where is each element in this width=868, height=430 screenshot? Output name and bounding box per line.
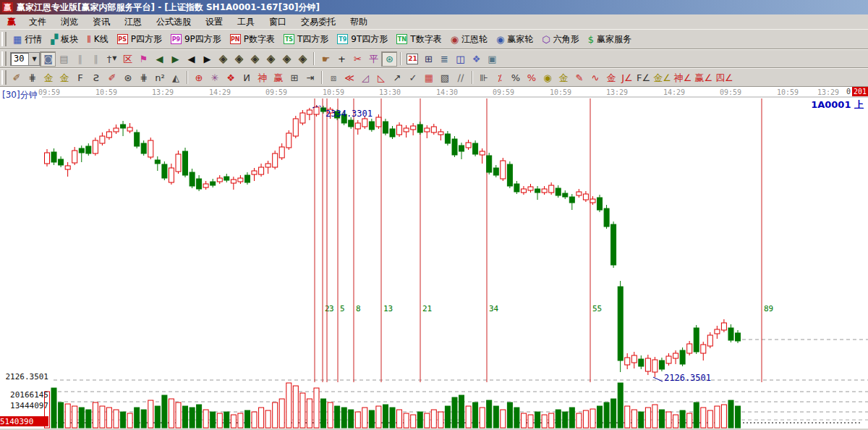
chevron-down-icon[interactable]: ▼ xyxy=(28,53,39,65)
hand-icon[interactable]: ☛ xyxy=(318,51,333,67)
fit-all-icon[interactable]: ◈ xyxy=(294,51,310,67)
chart-large-icon[interactable]: ‖ xyxy=(88,51,103,67)
winner-wheel-button[interactable]: ◉赢家轮 xyxy=(492,30,537,48)
f-angle-icon[interactable]: F∠ xyxy=(635,70,652,85)
zoom-both-icon[interactable]: ◈ xyxy=(247,51,263,67)
web-data-icon[interactable]: ❖ xyxy=(468,51,484,67)
9t-square-button[interactable]: T99T四方形 xyxy=(333,30,392,48)
jump-first-icon[interactable]: ◀ xyxy=(151,51,167,67)
menu-item-4[interactable]: 公式选股 xyxy=(149,16,198,28)
quotes-button[interactable]: ▦行情 xyxy=(9,30,46,48)
wave-n-icon[interactable]: И xyxy=(239,70,255,85)
gann-circle-icon[interactable]: ⊛ xyxy=(120,70,136,85)
gold-lines-icon[interactable]: 金 xyxy=(556,70,571,85)
extend-icon[interactable]: ⇥ xyxy=(302,70,318,85)
shen-angle-icon[interactable]: 神∠ xyxy=(673,70,694,85)
four-angle-icon[interactable]: 四∠ xyxy=(714,70,735,85)
fan-box-2-icon[interactable]: ◺ xyxy=(373,70,389,85)
expand-icon[interactable]: ◈ xyxy=(278,51,294,67)
zigzag-icon[interactable]: ✓ xyxy=(405,70,421,85)
brush-icon[interactable]: ✐ xyxy=(9,70,25,85)
menu-item-0[interactable]: 文件 xyxy=(22,16,54,28)
menu-item-1[interactable]: 浏览 xyxy=(54,16,85,28)
percent-icon[interactable]: % xyxy=(508,70,524,85)
wave-icon[interactable]: ∿ xyxy=(587,70,603,85)
truck-icon[interactable]: ▣ xyxy=(484,51,500,67)
step-forward-icon[interactable]: ▶ xyxy=(199,51,215,67)
j-angle-icon[interactable]: J∠ xyxy=(619,70,635,85)
sectors-button[interactable]: ▞板块 xyxy=(46,30,82,48)
region-icon[interactable]: 区 xyxy=(119,51,135,67)
zoom-left-icon[interactable]: ◈ xyxy=(215,51,231,67)
shen-grid-icon[interactable]: 神 xyxy=(255,70,271,85)
zoom-right-icon[interactable]: ◈ xyxy=(231,51,247,67)
percent-red-icon[interactable]: % xyxy=(524,70,540,85)
menu-item-7[interactable]: 窗口 xyxy=(262,16,294,28)
gold-grid-2-icon[interactable]: 金 xyxy=(56,70,72,85)
seal-icon[interactable]: ◙ xyxy=(40,51,56,67)
circle-cross-icon[interactable]: ⊕ xyxy=(191,70,207,85)
save-icon[interactable]: ◫ xyxy=(452,51,468,67)
star-box-icon[interactable]: ❖ xyxy=(223,70,239,85)
calendar-icon[interactable]: 21 xyxy=(404,51,420,67)
toolbar-grip[interactable] xyxy=(1,51,7,65)
chart-area[interactable]: 09:5910:5913:2914:2909:5910:5913:3014:30… xyxy=(0,87,868,429)
gold-grid-1-icon[interactable]: 金 xyxy=(41,70,56,85)
star-purple-icon[interactable]: ✳ xyxy=(207,70,223,85)
flatten-icon[interactable]: 平 xyxy=(365,51,381,67)
gann-fan-icon[interactable]: ≪ xyxy=(341,70,357,85)
spiral-icon[interactable]: Ƨ xyxy=(88,70,104,85)
gold-angle-icon[interactable]: 金∠ xyxy=(652,70,673,85)
toolbar-grip[interactable] xyxy=(1,70,7,84)
menu-item-2[interactable]: 资讯 xyxy=(85,16,117,28)
calculator-icon[interactable]: ⊞ xyxy=(420,51,436,67)
kline-button[interactable]: ⫴K线 xyxy=(82,30,112,48)
pct-line-icon[interactable]: ⁒ xyxy=(492,70,508,85)
pinwheel-icon[interactable]: ⊛ xyxy=(381,51,397,67)
menu-item-9[interactable]: 帮助 xyxy=(343,16,375,28)
parallel-icon[interactable]: ∕∕ xyxy=(453,70,469,85)
win-grid-icon[interactable]: 赢 xyxy=(271,70,286,85)
t-square-button[interactable]: TST四方形 xyxy=(279,30,333,48)
fan-box-1-icon[interactable]: ◿ xyxy=(357,70,373,85)
step-back-icon[interactable]: ◀ xyxy=(183,51,199,67)
jump-last-icon[interactable]: ▶ xyxy=(167,51,183,67)
t-table-button[interactable]: TNT数字表 xyxy=(392,30,446,48)
angle-a-icon[interactable]: ◭ xyxy=(168,70,184,85)
f-grid-icon[interactable]: F xyxy=(72,70,88,85)
toolbar-grip[interactable] xyxy=(1,32,7,47)
candle-style-icon[interactable]: †▼ xyxy=(103,51,119,67)
menu-item-8[interactable]: 交易委托 xyxy=(294,16,343,28)
shrink-icon[interactable]: ◈ xyxy=(263,51,278,67)
win-angle-icon[interactable]: 赢∠ xyxy=(693,70,714,85)
gann-wheel-button[interactable]: ◉江恩轮 xyxy=(446,30,492,48)
brush-red-icon[interactable]: ✐ xyxy=(104,70,120,85)
flag-icon[interactable]: ⚑ xyxy=(135,51,151,67)
winner-service-button[interactable]: $赢家服务 xyxy=(584,30,636,48)
clipboard-icon[interactable]: ▤ xyxy=(56,51,72,67)
gold-red-icon[interactable]: 金 xyxy=(603,70,619,85)
grid-arrow-icon[interactable]: ▧ xyxy=(437,70,453,85)
menu-item-3[interactable]: 江恩 xyxy=(117,16,149,28)
menu-item-6[interactable]: 工具 xyxy=(230,16,262,28)
num-grid-icon[interactable]: ⊞ xyxy=(286,70,302,85)
price-scale-icon[interactable]: ⊪ xyxy=(476,70,492,85)
period-combobox[interactable]: 30 ▼ xyxy=(10,52,40,66)
grid-red-icon[interactable]: ▦ xyxy=(421,70,437,85)
n-square-icon[interactable]: n² xyxy=(152,70,168,85)
p-table-button[interactable]: PNP数字表 xyxy=(226,30,279,48)
ink-pen-icon[interactable]: ✎ xyxy=(571,70,587,85)
notebook-icon[interactable]: ≣ xyxy=(436,51,452,67)
grid-ticks-icon[interactable]: ⋕ xyxy=(25,70,41,85)
9p-square-button[interactable]: P99P四方形 xyxy=(166,30,226,48)
menu-item-5[interactable]: 设置 xyxy=(198,16,230,28)
crosshair-icon[interactable]: + xyxy=(333,51,349,67)
price-chart-canvas[interactable]: 09:5910:5913:2914:2909:5910:5913:3014:30… xyxy=(0,87,868,429)
ticks-2-icon[interactable]: ⋕ xyxy=(136,70,152,85)
hexagon-button[interactable]: ⬡六角形 xyxy=(537,30,583,48)
measure-icon[interactable]: ✂ xyxy=(349,51,365,67)
gold-circle-icon[interactable]: ◉ xyxy=(540,70,556,85)
p-square-button[interactable]: PSP四方形 xyxy=(113,30,166,48)
trend-line-icon[interactable]: ↗ xyxy=(389,70,405,85)
chart-small-icon[interactable]: ∥ xyxy=(72,51,88,67)
